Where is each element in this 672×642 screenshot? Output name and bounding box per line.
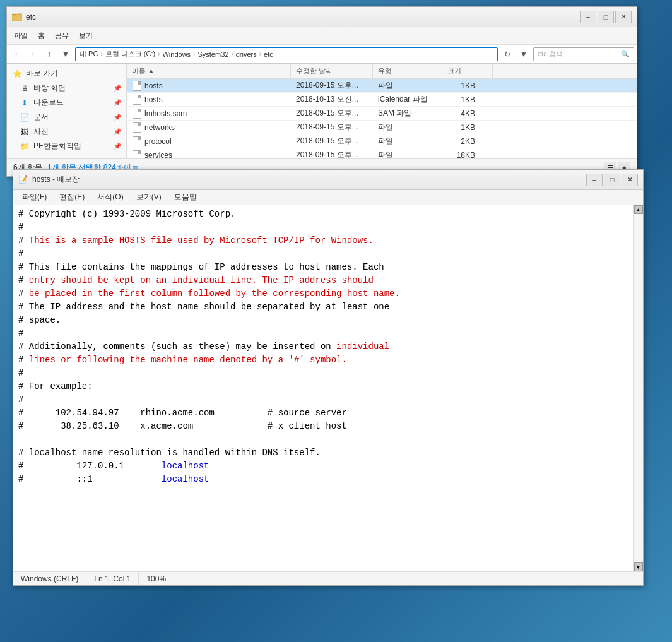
file-name-protocol: protocol <box>144 137 291 146</box>
qa-home-button[interactable]: 홈 <box>33 29 49 42</box>
file-row-lmhosts[interactable]: lmhosts.sam 2018-09-15 오후... SAM 파일 4KB <box>127 107 637 121</box>
explorer-window-controls: − □ ✕ <box>580 11 632 23</box>
sidebar-item-documents[interactable]: 📄 문서 📌 <box>7 110 126 124</box>
notepad-status-position: Ln 1, Col 1 <box>86 572 139 585</box>
path-segment-windows: Windows <box>162 51 191 58</box>
explorer-title: etc <box>26 13 580 21</box>
path-segment-system32: System32 <box>197 51 228 58</box>
file-icon-protocol <box>127 136 144 146</box>
col-header-name[interactable]: 이름 ▲ <box>127 64 291 78</box>
path-segment-etc: etc <box>264 51 273 58</box>
address-dropdown-button[interactable]: ▼ <box>517 47 531 61</box>
sidebar-documents-label: 문서 <box>33 112 49 122</box>
search-icon: 🔍 <box>621 50 630 58</box>
file-list-header: 이름 ▲ 수정한 날짜 유형 크기 <box>127 64 637 79</box>
file-type-hosts2: iCalendar 파일 <box>373 94 442 105</box>
pin-icon: 📌 <box>114 85 121 92</box>
qa-file-button[interactable]: 파일 <box>9 29 32 42</box>
file-row-services[interactable]: services 2018-09-15 오후... 파일 18KB <box>127 148 637 158</box>
explorer-window-icon <box>12 12 22 22</box>
file-type-networks: 파일 <box>373 122 442 133</box>
explorer-body: ⭐ 바로 가기 🖥 바탕 화면 📌 ⬇ 다운로드 📌 📄 문서 📌 🖼 사진 <box>7 64 637 158</box>
file-type-hosts: 파일 <box>373 80 442 91</box>
back-button[interactable]: ‹ <box>9 47 23 61</box>
sidebar-item-pictures[interactable]: 🖼 사진 📌 <box>7 124 126 139</box>
pin-icon3: 📌 <box>114 114 121 121</box>
menu-view[interactable]: 보기(V) <box>130 191 168 204</box>
search-placeholder: etc 검색 <box>538 49 563 59</box>
documents-icon: 📄 <box>20 112 30 122</box>
file-row-protocol[interactable]: protocol 2018-09-15 오후... 파일 2KB <box>127 134 637 148</box>
notepad-menu-bar: 파일(F) 편집(E) 서식(O) 보기(V) 도움말 <box>13 190 643 205</box>
notepad-content-area[interactable]: # Copyright (c) 1993-2009 Microsoft Corp… <box>13 205 633 571</box>
notepad-window-controls: − □ ✕ <box>586 174 638 186</box>
pin-icon4: 📌 <box>114 128 121 135</box>
forward-button[interactable]: › <box>26 47 40 61</box>
file-icon-hosts2 <box>127 95 144 105</box>
file-size-protocol: 2KB <box>442 137 480 146</box>
notepad-scrollbar[interactable]: ▲ ▼ <box>633 205 643 571</box>
scrollbar-down-button[interactable]: ▼ <box>634 562 643 571</box>
explorer-close-button[interactable]: ✕ <box>615 11 632 23</box>
sidebar-downloads-label: 다운로드 <box>33 97 64 108</box>
menu-format[interactable]: 서식(O) <box>91 191 129 204</box>
notepad-title-bar: 📝 hosts - 메모장 − □ ✕ <box>13 170 643 190</box>
col-header-date[interactable]: 수정한 날짜 <box>291 64 373 78</box>
address-path[interactable]: 내 PC › 로컬 디스크 (C:) › Windows › System32 … <box>75 47 498 61</box>
col-header-type[interactable]: 유형 <box>373 64 442 78</box>
pictures-icon: 🖼 <box>20 127 30 137</box>
menu-help[interactable]: 도움말 <box>168 191 203 204</box>
sidebar-item-desktop[interactable]: 🖥 바탕 화면 📌 <box>7 81 126 95</box>
sidebar-item-quickaccess[interactable]: ⭐ 바로 가기 <box>7 66 126 81</box>
file-date-services: 2018-09-15 오후... <box>291 150 373 158</box>
file-date-protocol: 2018-09-15 오후... <box>291 136 373 146</box>
star-icon: ⭐ <box>12 69 22 79</box>
sidebar-pictures-label: 사진 <box>33 126 49 137</box>
notepad-restore-button[interactable]: □ <box>604 174 620 186</box>
pin-icon2: 📌 <box>114 99 121 106</box>
file-type-protocol: 파일 <box>373 136 442 146</box>
search-box[interactable]: etc 검색 🔍 <box>533 47 634 61</box>
file-icon-hosts <box>127 81 144 91</box>
file-date-lmhosts: 2018-09-15 오후... <box>291 108 373 119</box>
up-button[interactable]: ↑ <box>42 47 56 61</box>
file-row-hosts-selected[interactable]: hosts 2018-09-15 오후... 파일 1KB <box>127 79 637 93</box>
path-segment-drive: 로컬 디스크 (C:) <box>105 49 155 59</box>
explorer-minimize-button[interactable]: − <box>580 11 596 23</box>
notepad-close-button[interactable]: ✕ <box>622 174 638 186</box>
notepad-minimize-button[interactable]: − <box>586 174 603 186</box>
notepad-window: 📝 hosts - 메모장 − □ ✕ 파일(F) 편집(E) 서식(O) 보기… <box>13 169 644 586</box>
file-icon-services <box>127 150 144 159</box>
file-row-networks[interactable]: networks 2018-09-15 오후... 파일 1KB <box>127 121 637 134</box>
qa-share-button[interactable]: 공유 <box>50 29 73 42</box>
file-name-lmhosts: lmhosts.sam <box>144 109 291 118</box>
menu-edit[interactable]: 편집(E) <box>53 191 91 204</box>
address-bar: ‹ › ↑ ▼ 내 PC › 로컬 디스크 (C:) › Windows › S… <box>7 45 637 64</box>
file-date-networks: 2018-09-15 오후... <box>291 122 373 133</box>
file-list: 이름 ▲ 수정한 날짜 유형 크기 hosts 2018-09-15 오후...… <box>127 64 637 158</box>
quick-access-toolbar: 파일 홈 공유 보기 <box>7 27 637 45</box>
sidebar-item-downloads[interactable]: ⬇ 다운로드 📌 <box>7 95 126 110</box>
file-size-networks: 1KB <box>442 123 480 132</box>
sidebar-item-pekorean[interactable]: 📁 PE한글화작업 📌 <box>7 139 126 153</box>
file-name-hosts2: hosts <box>144 95 291 104</box>
qa-view-button[interactable]: 보기 <box>74 29 97 42</box>
explorer-maximize-button[interactable]: □ <box>598 11 614 23</box>
file-size-hosts2: 1KB <box>442 95 480 104</box>
file-row-hosts2[interactable]: hosts 2018-10-13 오전... iCalendar 파일 1KB <box>127 93 637 107</box>
path-segment-drivers: drivers <box>236 51 257 58</box>
menu-file[interactable]: 파일(F) <box>16 191 53 204</box>
path-segment-pc: 내 PC <box>80 49 98 59</box>
file-type-services: 파일 <box>373 150 442 158</box>
sidebar-quickaccess-label: 바로 가기 <box>26 68 58 79</box>
refresh-button[interactable]: ↻ <box>500 47 514 61</box>
file-name-hosts: hosts <box>144 81 291 90</box>
file-date-hosts2: 2018-10-13 오전... <box>291 94 373 105</box>
file-date-hosts: 2018-09-15 오후... <box>291 80 373 91</box>
col-header-size[interactable]: 크기 <box>442 64 493 78</box>
recent-locations-button[interactable]: ▼ <box>59 47 73 61</box>
download-icon: ⬇ <box>20 98 30 108</box>
sidebar-pekorean-label: PE한글화작업 <box>33 141 81 152</box>
notepad-status-encoding: Windows (CRLF) <box>13 572 86 585</box>
scrollbar-up-button[interactable]: ▲ <box>634 205 643 214</box>
